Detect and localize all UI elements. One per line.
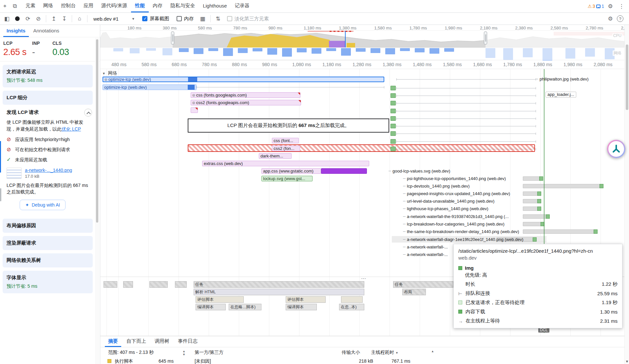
load-profile-button[interactable]: ↥	[49, 14, 59, 24]
network-request[interactable]	[321, 168, 367, 174]
devtools-tab-内存[interactable]: 内存	[149, 0, 166, 12]
devtools-tab-元素[interactable]: 元素	[22, 0, 39, 12]
insight-card-network-tree[interactable]: 网络依赖关系树	[3, 253, 93, 267]
main-thread-block[interactable]: 布局	[402, 289, 426, 295]
column-transfer[interactable]: 传输大小	[342, 350, 360, 355]
scrollbar-thumb[interactable]	[626, 45, 628, 110]
network-request-label[interactable]: url-level-data-unavailable_1440.png (web…	[407, 199, 494, 204]
network-request[interactable]: dark-them...	[259, 153, 292, 159]
image-download-segment[interactable]	[391, 139, 396, 144]
main-thread-block[interactable]: 任务	[194, 281, 364, 288]
network-request-label[interactable]: pagespeed-insights-crux-updated_1440.png…	[407, 191, 510, 196]
save-profile-button[interactable]: ↧	[59, 14, 69, 24]
network-request[interactable]: extras.css (web.dev)	[202, 161, 369, 166]
devtools-tab-控制台[interactable]: 控制台	[57, 0, 80, 12]
metric-cls[interactable]: CLS 0.03	[52, 41, 81, 57]
insight-card-document-latency[interactable]: 文档请求延迟 预计节省: 548 ms	[3, 65, 93, 87]
issues-badge[interactable]: 1	[596, 4, 604, 9]
warning-badge[interactable]: ⚠3	[588, 4, 595, 9]
network-request-label[interactable]: app_loader.j...	[545, 92, 576, 98]
network-request-label[interactable]: a-network-waterfall-...	[407, 252, 448, 257]
image-download-segment[interactable]	[391, 101, 396, 105]
devtools-tab-应用[interactable]: 应用	[80, 0, 97, 12]
insight-card-render-blocking[interactable]: 渲染屏蔽请求	[3, 236, 93, 250]
scrollbar-thumb[interactable]	[96, 39, 98, 223]
bottom-tab-摘要[interactable]: 摘要	[105, 336, 121, 347]
metric-inp[interactable]: INP -	[32, 41, 52, 57]
network-request-label[interactable]: the-same-lcp-breakdown-render-delay_1440…	[407, 229, 519, 234]
main-thread-block[interactable]: 编译脚本	[286, 304, 317, 310]
optimize-lcp-link[interactable]: 优化 LCP	[62, 126, 81, 132]
main-thread-block[interactable]: 解析 HTML	[194, 289, 364, 295]
image-download-segment[interactable]	[391, 147, 396, 151]
request-waiting-bar[interactable]	[523, 184, 600, 188]
network-request[interactable]: app.css (www.gstatic.com)	[261, 168, 321, 174]
live-metrics-home-button[interactable]: ⌂	[75, 14, 85, 24]
toggle-sidebar-icon[interactable]: ◧	[2, 14, 12, 24]
column-main-thread[interactable]: 主线程耗时 ▼	[371, 350, 398, 355]
request-waiting-bar[interactable]	[523, 229, 594, 234]
tab-insights[interactable]: Insights	[3, 25, 29, 37]
screenshots-checkbox[interactable]: 屏幕截图	[142, 16, 169, 22]
insight-card-layout-shift[interactable]: 布局偏移原因	[3, 219, 93, 233]
network-request-label[interactable]: lighthouse-lcp-phases_1440.png (web.dev)	[407, 206, 488, 211]
history-dropdown[interactable]: web.dev #1 ▼	[90, 16, 138, 22]
network-request[interactable]: css (font...	[272, 138, 299, 143]
main-thread-block[interactable]: 编译脚本	[196, 304, 226, 310]
network-request-label[interactable]: a-network-waterfall-...	[407, 245, 448, 249]
network-request-label[interactable]: good-lcp-values.svg (web.dev)	[392, 169, 450, 173]
webdev-logo-button[interactable]	[607, 140, 625, 158]
request-waiting-bar[interactable]	[523, 207, 538, 211]
bottom-tab-自下而上[interactable]: 自下而上	[123, 336, 149, 347]
panel-settings-icon[interactable]: ⚙	[605, 14, 615, 24]
metric-lcp[interactable]: LCP 2.65 s	[3, 41, 32, 57]
network-track-header[interactable]: ▼ 网络	[102, 70, 117, 76]
stepper-icon[interactable]: ▲▼	[182, 350, 185, 356]
track-collapse-indicator[interactable]: ⋯	[361, 276, 367, 282]
tab-annotations[interactable]: Annotations	[30, 25, 63, 37]
main-thread-block[interactable]	[104, 281, 117, 288]
network-request[interactable]: css2 (fon...	[272, 146, 300, 151]
devtools-tab-记录器[interactable]: 记录器	[231, 0, 254, 12]
main-thread-block[interactable]	[123, 281, 133, 288]
scroll-down-icon[interactable]: ▼	[625, 359, 629, 363]
devtools-tab-源代码/来源[interactable]: 源代码/来源	[97, 0, 131, 12]
request-waiting-bar[interactable]	[523, 176, 540, 181]
device-toolbar-icon[interactable]: ⧉	[10, 1, 20, 11]
main-thread-block[interactable]	[175, 281, 187, 288]
network-request-label[interactable]: lcp-breakdown-four-categories_1440.png (…	[407, 222, 505, 227]
memory-checkbox[interactable]: 内存	[177, 16, 194, 22]
record-and-reload-button[interactable]: ⟳	[23, 14, 33, 24]
network-request-label[interactable]: lcp-devtools_1440.png (web.dev)	[407, 184, 470, 189]
record-button[interactable]	[12, 14, 22, 24]
devtools-settings-icon[interactable]: ⚙	[605, 1, 615, 11]
request-waiting-bar[interactable]	[523, 199, 538, 203]
main-thread-block[interactable]: 评估脚本	[286, 296, 326, 303]
collect-garbage-icon[interactable]: ⇅	[213, 14, 223, 24]
image-download-segment[interactable]	[391, 124, 396, 128]
window-handle-right[interactable]	[484, 31, 487, 45]
bottom-tab-调用树[interactable]: 调用树	[151, 336, 173, 347]
insight-card-lcp-breakdown[interactable]: LCP 细分	[3, 91, 93, 105]
summary-data-row[interactable]: 执行脚本 645 ms [未归因] 218 kB 767.1 ms	[100, 357, 624, 364]
request-waiting-bar[interactable]	[523, 191, 538, 196]
inspect-icon[interactable]: ⌖	[0, 1, 10, 11]
image-download-segment[interactable]	[391, 109, 396, 113]
image-download-segment[interactable]	[391, 131, 396, 136]
network-request[interactable]: optimize-lcp (web.dev)	[103, 84, 197, 90]
network-request[interactable]: lockup.svg (www.gst...	[261, 176, 313, 181]
window-handle-left[interactable]	[171, 31, 174, 45]
network-request[interactable]	[191, 107, 198, 113]
column-party[interactable]: 第一方/第三方	[195, 350, 223, 355]
sidebar-scrollbar[interactable]	[95, 38, 99, 364]
timeline-scrollbar[interactable]: ▼	[624, 25, 629, 364]
image-download-segment[interactable]	[391, 93, 396, 98]
fade-third-party-checkbox[interactable]: 淡化第三方元素	[227, 16, 269, 22]
insight-card-font-display[interactable]: 字体显示 预计节省: 5 ms	[3, 271, 93, 293]
main-thread-block[interactable]	[341, 296, 363, 303]
main-thread-block[interactable]: 在忽略...脚本)	[229, 304, 261, 310]
image-download-segment[interactable]	[391, 86, 396, 90]
collapse-chevron-icon[interactable]	[84, 109, 92, 117]
clear-button[interactable]: ⊘	[33, 14, 43, 24]
main-thread-block[interactable]: 任务	[393, 281, 453, 288]
